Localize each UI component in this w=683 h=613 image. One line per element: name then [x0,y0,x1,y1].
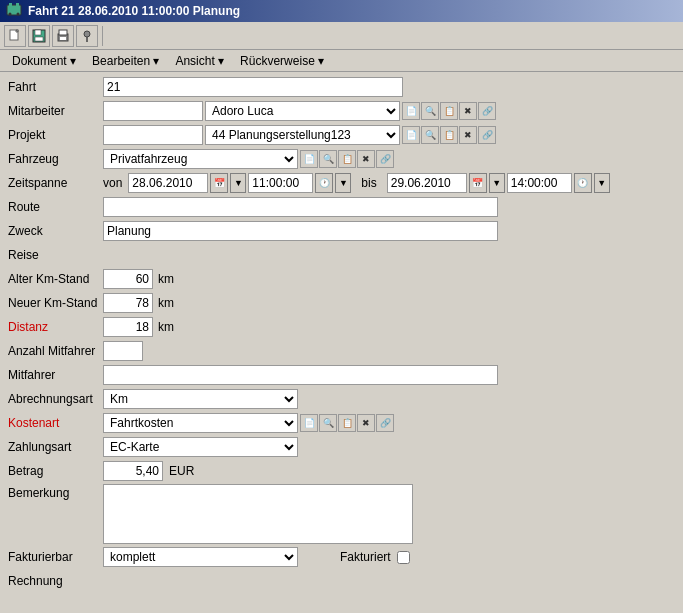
fahrzeug-delete-icon[interactable]: ✖ [357,150,375,168]
fakturierbar-select[interactable]: komplett [103,547,298,567]
betrag-input[interactable] [103,461,163,481]
projekt-copy-icon[interactable]: 📋 [440,126,458,144]
fahrt-input[interactable] [103,77,403,97]
fahrzeug-copy-icon[interactable]: 📋 [338,150,356,168]
menu-bearbeiten[interactable]: Bearbeiten ▾ [84,52,167,70]
fahrt-row: Fahrt [8,76,675,98]
route-input[interactable] [103,197,498,217]
von-date-input[interactable] [128,173,208,193]
mitarbeiter-label: Mitarbeiter [8,104,103,118]
von-time-drop-button[interactable]: ▼ [335,173,351,193]
zweck-input[interactable] [103,221,498,241]
kostenart-copy-icon[interactable]: 📋 [338,414,356,432]
abrechnungsart-row: Abrechnungsart Km [8,388,675,410]
von-label: von [103,176,122,190]
svg-rect-8 [35,37,43,41]
projekt-link-icon[interactable]: 🔗 [478,126,496,144]
distanz-row: Distanz km [8,316,675,338]
bis-time-drop-button[interactable]: ▼ [594,173,610,193]
mitarbeiter-new-icon[interactable]: 📄 [402,102,420,120]
von-time-input[interactable] [248,173,313,193]
fahrzeug-select[interactable]: Privatfahrzeug [103,149,298,169]
projekt-new-icon[interactable]: 📄 [402,126,420,144]
abrechnungsart-select[interactable]: Km [103,389,298,409]
neuer-km-stand-label: Neuer Km-Stand [8,296,103,310]
zeitspanne-label: Zeitspanne [8,176,103,190]
anzahl-mitfahrer-label: Anzahl Mitfahrer [8,344,103,358]
bis-date-drop-button[interactable]: ▼ [489,173,505,193]
fahrzeug-link-icon[interactable]: 🔗 [376,150,394,168]
von-date-cal-button[interactable]: 📅 [210,173,228,193]
bis-time-input[interactable] [507,173,572,193]
von-date-drop-button[interactable]: ▼ [230,173,246,193]
kostenart-link-icon[interactable]: 🔗 [376,414,394,432]
menu-bar: Dokument ▾ Bearbeiten ▾ Ansicht ▾ Rückve… [0,50,683,72]
projekt-select[interactable]: 44 Planungserstellung123 [205,125,400,145]
projekt-delete-icon[interactable]: ✖ [459,126,477,144]
mitfahrer-input[interactable] [103,365,498,385]
bis-time-cal-button[interactable]: 🕐 [574,173,592,193]
anzahl-mitfahrer-field-area [103,341,675,361]
mitarbeiter-search-icon[interactable]: 🔍 [421,102,439,120]
fakturiert-checkbox[interactable] [397,551,410,564]
route-label: Route [8,200,103,214]
betrag-row: Betrag EUR [8,460,675,482]
zweck-field-area [103,221,675,241]
save-button[interactable] [28,25,50,47]
alter-km-stand-unit: km [158,272,174,286]
alter-km-stand-label: Alter Km-Stand [8,272,103,286]
route-row: Route [8,196,675,218]
von-time-cal-button[interactable]: 🕐 [315,173,333,193]
bis-label: bis [361,176,376,190]
kostenart-search-icon[interactable]: 🔍 [319,414,337,432]
mitarbeiter-field-area: Adoro Luca 📄 🔍 📋 ✖ 🔗 [103,101,675,121]
mitarbeiter-copy-icon[interactable]: 📋 [440,102,458,120]
fahrzeug-field-area: Privatfahrzeug 📄 🔍 📋 ✖ 🔗 [103,149,675,169]
alter-km-stand-input[interactable] [103,269,153,289]
kostenart-new-icon[interactable]: 📄 [300,414,318,432]
bis-date-cal-button[interactable]: 📅 [469,173,487,193]
fahrzeug-new-icon[interactable]: 📄 [300,150,318,168]
anzahl-mitfahrer-input[interactable] [103,341,143,361]
svg-rect-1 [9,3,12,6]
distanz-input[interactable] [103,317,153,337]
abrechnungsart-field-area: Km [103,389,675,409]
kostenart-delete-icon[interactable]: ✖ [357,414,375,432]
route-field-area [103,197,675,217]
mitfahrer-field-area [103,365,675,385]
bemerkung-textarea[interactable] [103,484,413,544]
form-container: Fahrt Mitarbeiter Adoro Luca 📄 🔍 📋 ✖ 🔗 P… [0,72,683,613]
mitarbeiter-select[interactable]: Adoro Luca [205,101,400,121]
svg-rect-10 [59,30,67,35]
fakturierbar-field-area: komplett Fakturiert [103,547,675,567]
kostenart-select[interactable]: Fahrtkosten [103,413,298,433]
new-button[interactable] [4,25,26,47]
zeitspanne-field-area: von 📅 ▼ 🕐 ▼ bis 📅 ▼ 🕐 ▼ [103,173,675,193]
fahrzeug-search-icon[interactable]: 🔍 [319,150,337,168]
projekt-search-icon[interactable]: 🔍 [421,126,439,144]
rechnung-row: Rechnung [8,570,675,592]
neuer-km-stand-unit: km [158,296,174,310]
mitfahrer-label: Mitfahrer [8,368,103,382]
mitfahrer-row: Mitfahrer [8,364,675,386]
bis-date-input[interactable] [387,173,467,193]
mitarbeiter-delete-icon[interactable]: ✖ [459,102,477,120]
pin-button[interactable] [76,25,98,47]
zahlungsart-field-area: EC-Karte [103,437,675,457]
neuer-km-stand-input[interactable] [103,293,153,313]
zeitspanne-row: Zeitspanne von 📅 ▼ 🕐 ▼ bis 📅 ▼ 🕐 ▼ [8,172,675,194]
alter-km-stand-field-area: km [103,269,675,289]
mitarbeiter-prefix-input[interactable] [103,101,203,121]
zweck-row: Zweck [8,220,675,242]
neuer-km-stand-field-area: km [103,293,675,313]
mitarbeiter-link-icon[interactable]: 🔗 [478,102,496,120]
menu-rueckverweise[interactable]: Rückverweise ▾ [232,52,332,70]
menu-ansicht[interactable]: Ansicht ▾ [167,52,232,70]
svg-point-3 [9,12,12,15]
zahlungsart-select[interactable]: EC-Karte [103,437,298,457]
print-button[interactable] [52,25,74,47]
menu-dokument[interactable]: Dokument ▾ [4,52,84,70]
projekt-prefix-input[interactable] [103,125,203,145]
fahrzeug-row: Fahrzeug Privatfahrzeug 📄 🔍 📋 ✖ 🔗 [8,148,675,170]
alter-km-stand-row: Alter Km-Stand km [8,268,675,290]
